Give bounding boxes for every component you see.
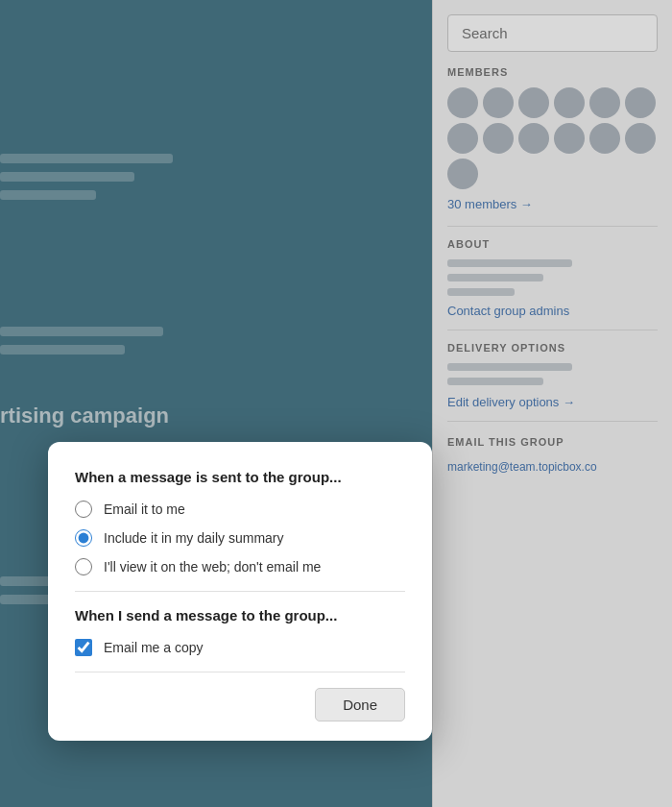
done-button[interactable]: Done bbox=[315, 688, 405, 721]
modal-section1-title: When a message is sent to the group... bbox=[75, 469, 405, 485]
modal-section2-title: When I send a message to the group... bbox=[75, 607, 405, 624]
modal-footer-divider bbox=[75, 672, 405, 672]
radio-email-label: Email it to me bbox=[104, 501, 185, 517]
checkbox-email-copy-input[interactable] bbox=[75, 639, 92, 656]
modal-divider bbox=[75, 591, 405, 592]
checkbox-email-copy[interactable]: Email me a copy bbox=[75, 639, 405, 656]
radio-web-label: I'll view it on the web; don't email me bbox=[104, 559, 321, 575]
modal-footer: Done bbox=[75, 688, 405, 721]
radio-email-input[interactable] bbox=[75, 501, 92, 518]
radio-option-web[interactable]: I'll view it on the web; don't email me bbox=[75, 558, 405, 575]
radio-web-input[interactable] bbox=[75, 558, 92, 575]
radio-daily-input[interactable] bbox=[75, 529, 92, 547]
radio-option-daily[interactable]: Include it in my daily summary bbox=[75, 529, 405, 547]
delivery-options-modal: When a message is sent to the group... E… bbox=[48, 442, 432, 741]
radio-daily-label: Include it in my daily summary bbox=[104, 530, 284, 546]
radio-option-email[interactable]: Email it to me bbox=[75, 501, 405, 518]
checkbox-email-copy-label: Email me a copy bbox=[104, 640, 203, 655]
